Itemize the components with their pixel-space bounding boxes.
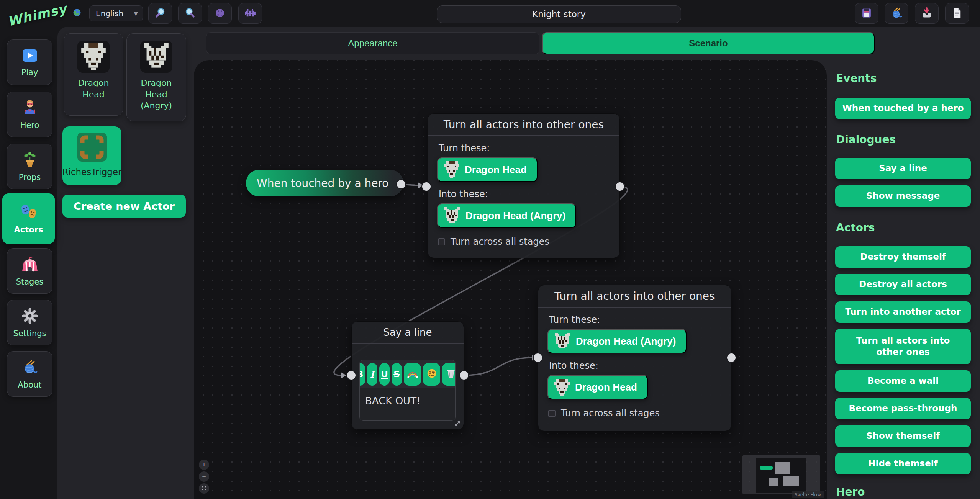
clear-format-button[interactable] bbox=[442, 363, 455, 386]
minimap-node-turn1 bbox=[775, 462, 790, 474]
sidebar-item-label: Stages bbox=[16, 277, 44, 286]
document-title-input[interactable]: Knight story bbox=[437, 5, 681, 23]
section-header-events: Events bbox=[836, 72, 974, 85]
minimap[interactable] bbox=[742, 455, 820, 494]
sidebar-item-hero[interactable]: Hero bbox=[7, 92, 52, 137]
create-new-actor-button[interactable]: Create new Actor bbox=[62, 195, 186, 218]
page-button[interactable] bbox=[945, 3, 969, 24]
italic-button[interactable]: I bbox=[367, 363, 377, 386]
tab-scenario[interactable]: Scenario bbox=[542, 32, 875, 54]
sidebar-item-label: Play bbox=[21, 68, 38, 77]
minimap-node-turn2 bbox=[783, 476, 799, 486]
event-node-label: When touched by a hero bbox=[257, 177, 389, 190]
add-become-a-wall-button[interactable]: Become a wall bbox=[835, 370, 971, 392]
rainbow-icon bbox=[407, 369, 418, 380]
actor-card-dragon-head-angry[interactable]: Dragon Head (Angry) bbox=[126, 33, 186, 121]
turn-actor-select-button[interactable]: Dragon Head bbox=[437, 157, 538, 182]
alien-monster-icon bbox=[244, 7, 257, 21]
say-input-handle[interactable] bbox=[346, 370, 356, 380]
dizzy-face-icon bbox=[427, 368, 437, 380]
tab-appearance[interactable]: Appearance bbox=[206, 32, 539, 54]
circus-tent-icon bbox=[21, 256, 39, 274]
page-icon bbox=[951, 7, 964, 21]
dragon-head-sprite bbox=[554, 379, 570, 396]
sidebar-item-settings[interactable]: Settings bbox=[7, 300, 52, 345]
sidebar-item-actors[interactable]: Actors bbox=[2, 193, 55, 244]
hero-icon bbox=[21, 99, 39, 118]
section-header-dialogues: Dialogues bbox=[836, 133, 974, 146]
dragon-head-angry-sprite bbox=[554, 333, 570, 350]
turn2-output-handle[interactable] bbox=[726, 353, 736, 363]
add-hide-themself-button[interactable]: Hide themself bbox=[835, 453, 971, 474]
turn2-input-handle[interactable] bbox=[533, 353, 543, 363]
underline-button[interactable]: U bbox=[379, 363, 390, 386]
yarn-button[interactable] bbox=[885, 3, 908, 24]
add-turn-all-actors-button[interactable]: Turn all actors into other ones bbox=[835, 329, 971, 364]
add-become-pass-through-button[interactable]: Become pass-through bbox=[835, 398, 971, 419]
import-button[interactable] bbox=[915, 3, 939, 24]
yarn-icon bbox=[890, 7, 903, 21]
language-select[interactable]: English ▼ bbox=[89, 5, 143, 21]
scenario-flow-canvas[interactable]: When touched by a hero Turn all actors i… bbox=[194, 60, 827, 499]
add-show-message-button[interactable]: Show message bbox=[835, 185, 971, 207]
say-output-handle[interactable] bbox=[459, 370, 469, 380]
zoom-in-button[interactable]: + bbox=[199, 460, 209, 470]
add-destroy-all-actors-button[interactable]: Destroy all actors bbox=[835, 274, 971, 295]
into-actor-select-button[interactable]: Dragon Head bbox=[547, 375, 648, 399]
node-title: Say a line bbox=[352, 322, 464, 344]
event-output-handle[interactable] bbox=[396, 179, 406, 189]
add-show-themself-button[interactable]: Show themself bbox=[835, 425, 971, 447]
purple-moon-icon bbox=[213, 7, 226, 21]
turn1-output-handle[interactable] bbox=[615, 182, 625, 191]
turn-across-stages-checkbox[interactable] bbox=[438, 238, 445, 245]
globe-icon bbox=[71, 7, 83, 20]
sidebar-item-about[interactable]: About bbox=[7, 351, 52, 397]
language-value: English bbox=[96, 9, 123, 18]
turn1-input-handle[interactable] bbox=[421, 182, 431, 191]
actor-card-riches-trigger[interactable]: RichesTrigger bbox=[62, 126, 121, 185]
search-left-button[interactable] bbox=[148, 3, 172, 24]
turn-across-stages-checkbox[interactable] bbox=[548, 410, 556, 417]
add-destroy-themself-button[interactable]: Destroy themself bbox=[835, 246, 971, 268]
into-these-label: Into these: bbox=[439, 189, 619, 200]
sidebar-item-stages[interactable]: Stages bbox=[7, 248, 52, 294]
into-actor-select-button[interactable]: Dragon Head (Angry) bbox=[437, 203, 576, 228]
section-header-actors: Actors bbox=[836, 221, 974, 234]
bold-button[interactable]: B bbox=[360, 363, 365, 386]
node-turn-all-actors-2[interactable]: Turn all actors into other ones Turn the… bbox=[538, 285, 731, 431]
turn-actor-select-button[interactable]: Dragon Head (Angry) bbox=[547, 329, 687, 353]
fit-view-icon bbox=[201, 485, 207, 492]
minimap-node-event bbox=[760, 466, 773, 470]
sidebar-item-play[interactable]: Play bbox=[7, 39, 52, 85]
fit-view-button[interactable] bbox=[199, 483, 209, 494]
turn-these-label: Turn these: bbox=[439, 143, 619, 154]
format-toolbar: B I U S bbox=[360, 360, 455, 388]
add-say-a-line-button[interactable]: Say a line bbox=[835, 158, 971, 179]
actor-card-name: Dragon Head (Angry) bbox=[127, 77, 186, 111]
line-editor[interactable]: B I U S BACK OUT! bbox=[359, 360, 456, 421]
chevron-down-icon: ▼ bbox=[134, 10, 138, 16]
add-turn-into-another-actor-button[interactable]: Turn into another actor bbox=[835, 301, 971, 323]
zoom-out-button[interactable]: − bbox=[199, 471, 209, 482]
sidebar-item-props[interactable]: Props bbox=[7, 144, 52, 189]
sidebar-item-label: Settings bbox=[13, 329, 46, 338]
save-button[interactable] bbox=[855, 3, 878, 24]
emoji-button[interactable] bbox=[423, 363, 440, 386]
dragon-head-sprite bbox=[444, 161, 459, 178]
strikethrough-button[interactable]: S bbox=[392, 363, 402, 386]
sidebar-item-label: About bbox=[18, 380, 41, 389]
section-header-hero: Hero bbox=[836, 486, 974, 498]
play-icon bbox=[21, 48, 39, 65]
add-event-when-touched-button[interactable]: When touched by a hero bbox=[835, 98, 971, 119]
alien-monster-button[interactable] bbox=[238, 3, 262, 24]
actor-card-dragon-head[interactable]: Dragon Head bbox=[64, 33, 123, 116]
purple-moon-button[interactable] bbox=[208, 3, 232, 24]
node-turn-all-actors-1[interactable]: Turn all actors into other ones Turn the… bbox=[428, 113, 620, 258]
node-event-when-touched[interactable]: When touched by a hero bbox=[246, 170, 403, 196]
rainbow-color-button[interactable] bbox=[404, 363, 421, 386]
search-right-button[interactable] bbox=[178, 3, 202, 24]
resize-handle-icon[interactable] bbox=[454, 420, 461, 429]
actor-name: Dragon Head bbox=[575, 381, 637, 393]
line-text[interactable]: BACK OUT! bbox=[360, 388, 455, 407]
node-say-a-line[interactable]: Say a line B I U S BACK OUT! bbox=[351, 321, 464, 430]
